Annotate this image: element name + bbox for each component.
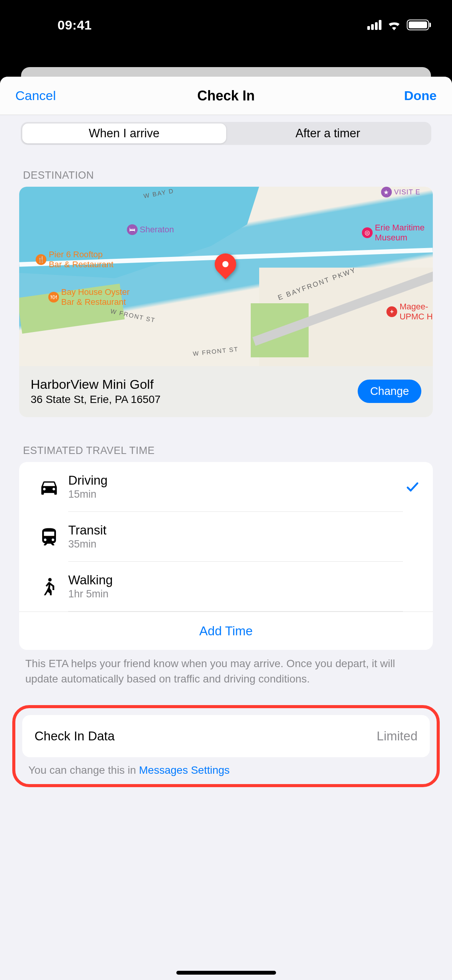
travel-time-card: Driving 15min Transit 35min: [19, 462, 433, 650]
cellular-signal-icon: [367, 20, 381, 30]
check-in-data-footer: You can change this in Messages Settings: [22, 762, 430, 780]
road-label: W FRONT ST: [193, 346, 239, 357]
change-destination-button[interactable]: Change: [358, 380, 421, 403]
transit-icon: [30, 526, 68, 547]
travel-time: 1hr 5min: [68, 588, 403, 600]
travel-option-transit[interactable]: Transit 35min: [19, 512, 433, 562]
wifi-icon: [387, 20, 401, 30]
sheet-title: Check In: [197, 88, 255, 104]
nav-header: Cancel Check In Done: [0, 77, 452, 115]
status-bar: 09:41: [0, 0, 452, 42]
status-time: 09:41: [23, 18, 92, 33]
done-button[interactable]: Done: [404, 88, 437, 103]
map-view[interactable]: E BAYFRONT PKWY W FRONT ST W FRONT ST W …: [19, 187, 433, 366]
travel-time: 35min: [68, 538, 403, 550]
travel-label: Walking: [68, 573, 403, 587]
travel-time: 15min: [68, 488, 403, 500]
home-indicator[interactable]: [176, 971, 276, 975]
travel-label: Driving: [68, 473, 403, 488]
destination-pin-icon: [215, 253, 238, 276]
check-in-data-label: Check In Data: [35, 729, 115, 743]
destination-address: 36 State St, Erie, PA 16507: [31, 393, 161, 406]
check-in-data-row[interactable]: Check In Data Limited: [22, 715, 430, 757]
map-poi-visit: ★VISIT E: [381, 187, 421, 197]
travel-option-walking[interactable]: Walking 1hr 5min: [19, 562, 433, 612]
map-poi-magee: +Magee-UPMC H: [386, 302, 433, 322]
add-time-button[interactable]: Add Time: [19, 612, 433, 650]
checkmark-icon: [403, 480, 422, 494]
map-poi-bayhouse: 🍽Bay House OysterBar & Restaurant: [48, 287, 130, 307]
travel-time-section-header: ESTIMATED TRAVEL TIME: [23, 445, 442, 457]
map-poi-erie-museum: ◎Erie MaritimeMuseum: [362, 223, 425, 243]
messages-settings-link[interactable]: Messages Settings: [139, 764, 230, 776]
check-in-sheet: Cancel Check In Done When I arrive After…: [0, 77, 452, 980]
mode-segmented-control[interactable]: When I arrive After a timer: [21, 122, 431, 145]
travel-option-driving[interactable]: Driving 15min: [19, 462, 433, 512]
map-poi-pier6: 🍴Pier 6 RooftopBar & Restaurant: [36, 250, 113, 270]
travel-label: Transit: [68, 523, 403, 538]
map-poi-sheraton: 🛏Sheraton: [127, 224, 174, 235]
travel-time-footer-text: This ETA helps your friend know when you…: [10, 650, 442, 705]
road-label: W FRONT ST: [110, 307, 156, 324]
destination-footer: HarborView Mini Golf 36 State St, Erie, …: [19, 366, 433, 417]
check-in-data-highlight: Check In Data Limited You can change thi…: [12, 705, 440, 787]
car-icon: [30, 477, 68, 497]
walking-icon: [30, 576, 68, 597]
battery-icon: [407, 20, 429, 30]
svg-point-0: [48, 578, 52, 582]
destination-card: E BAYFRONT PKWY W FRONT ST W FRONT ST W …: [19, 187, 433, 417]
destination-section-header: DESTINATION: [23, 169, 442, 181]
status-right: [367, 20, 429, 30]
segment-when-i-arrive[interactable]: When I arrive: [22, 123, 226, 143]
cancel-button[interactable]: Cancel: [15, 88, 56, 103]
check-in-data-value: Limited: [377, 729, 417, 743]
destination-name: HarborView Mini Golf: [31, 377, 161, 392]
segment-after-timer[interactable]: After a timer: [226, 123, 430, 143]
